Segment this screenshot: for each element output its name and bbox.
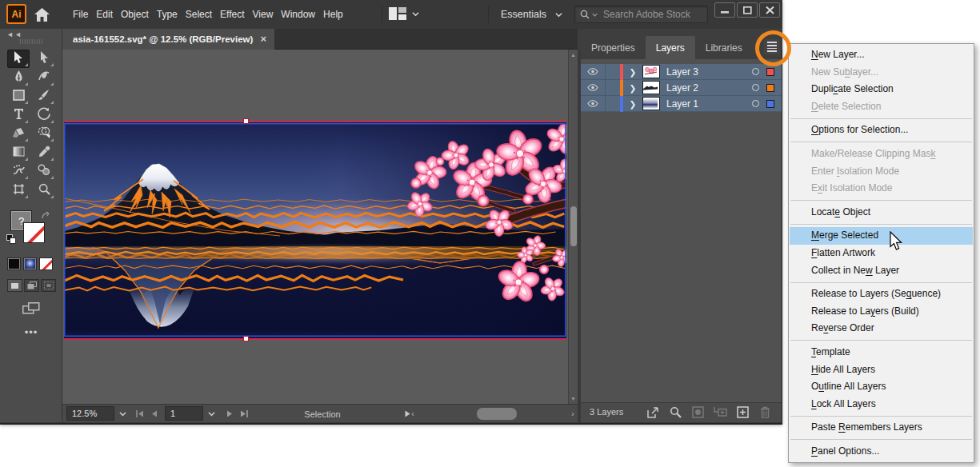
layer-name[interactable]: Layer 3 <box>666 66 752 78</box>
eyedropper-tool[interactable] <box>33 144 55 162</box>
menu-item-locate-object[interactable]: Locate Object <box>790 204 973 222</box>
target-circle-icon[interactable] <box>752 68 759 75</box>
vertical-scrollbar-thumb[interactable] <box>570 206 577 246</box>
zoom-level-field[interactable]: 12.5% <box>66 406 114 421</box>
artboard-dropdown-button[interactable] <box>205 406 218 421</box>
lock-column[interactable] <box>606 64 620 80</box>
menu-item-merge-selected[interactable]: Merge Selected <box>790 227 973 245</box>
document-tab[interactable]: asia-161552.svg* @ 12.5% (RGB/Preview) × <box>62 29 274 50</box>
zoom-dropdown-button[interactable] <box>116 406 130 421</box>
arrange-documents-button[interactable] <box>389 7 419 20</box>
layer-name[interactable]: Layer 2 <box>666 82 752 94</box>
new-sublayer-icon[interactable] <box>714 405 727 419</box>
layer-row-layer-3[interactable]: ❯Layer 3 <box>581 64 782 80</box>
menu-item-collect-in-new-layer[interactable]: Collect in New Layer <box>790 262 973 280</box>
menu-item-reverse-order[interactable]: Reverse Order <box>790 320 973 337</box>
selection-tool[interactable] <box>7 50 30 68</box>
make-clipping-mask-icon[interactable] <box>691 405 705 419</box>
home-icon[interactable] <box>33 6 50 23</box>
menu-item-panel-options[interactable]: Panel Options... <box>790 443 973 461</box>
menu-view[interactable]: View <box>249 0 278 29</box>
menu-select[interactable]: Select <box>182 0 216 29</box>
artwork[interactable] <box>64 122 566 340</box>
gradient-button[interactable] <box>23 257 37 270</box>
menu-help[interactable]: Help <box>319 0 347 29</box>
scroll-left-icon[interactable]: ‹ <box>408 405 418 423</box>
tab-close-icon[interactable]: × <box>260 35 266 43</box>
tab-libraries[interactable]: Libraries <box>695 36 753 59</box>
menu-item-lock-all-layers[interactable]: Lock All Layers <box>790 396 973 413</box>
locate-object-icon[interactable] <box>669 405 682 419</box>
artboard-tool[interactable] <box>7 182 30 200</box>
previous-artboard-button[interactable] <box>147 406 161 421</box>
workspace-switcher[interactable]: Essentials <box>501 0 562 29</box>
edit-toolbar-icon[interactable]: ••• <box>0 326 62 338</box>
collapse-panel-icon[interactable]: ◄◄ <box>6 30 22 38</box>
layer-row-layer-2[interactable]: ❯Layer 2 <box>581 80 782 96</box>
tab-properties[interactable]: Properties <box>581 36 646 59</box>
canvas[interactable] <box>62 50 568 404</box>
paintbrush-tool[interactable] <box>33 87 55 106</box>
draw-inside-button[interactable] <box>41 279 56 292</box>
expand-chevron-icon[interactable]: ❯ <box>623 67 642 77</box>
color-button[interactable] <box>7 257 21 270</box>
pen-tool[interactable] <box>7 69 30 87</box>
layer-row-layer-1[interactable]: ❯Layer 1 <box>581 96 782 112</box>
menu-item-template[interactable]: Template <box>790 344 973 361</box>
visibility-eye-icon[interactable] <box>581 100 605 107</box>
layer-name[interactable]: Layer 1 <box>666 98 752 110</box>
selection-color-square[interactable] <box>766 84 774 92</box>
layer-thumbnail[interactable] <box>642 97 660 110</box>
first-artboard-button[interactable] <box>133 406 146 421</box>
selection-handle[interactable] <box>243 336 249 341</box>
scroll-up-icon[interactable]: ▲ <box>569 52 578 58</box>
gradient-tool[interactable] <box>7 144 30 162</box>
artboard-number-field[interactable]: 1 <box>165 406 203 421</box>
menu-item-new-layer[interactable]: New Layer... <box>790 46 973 64</box>
menu-window[interactable]: Window <box>277 0 319 29</box>
menu-item-release-to-layers-sequence[interactable]: Release to Layers (Sequence) <box>790 285 973 303</box>
direct-selection-tool[interactable] <box>33 50 55 68</box>
new-layer-icon[interactable] <box>736 405 750 419</box>
lock-column[interactable] <box>606 80 620 96</box>
vertical-scrollbar[interactable]: ▲ ▼ <box>568 50 578 404</box>
delete-layer-icon[interactable] <box>758 405 772 419</box>
menu-item-hide-all-layers[interactable]: Hide All Layers <box>790 361 973 379</box>
draw-behind-button[interactable] <box>24 279 39 292</box>
tab-layers[interactable]: Layers <box>646 36 695 59</box>
menu-item-outline-all-layers[interactable]: Outline All Layers <box>790 378 973 396</box>
visibility-eye-icon[interactable] <box>581 84 605 91</box>
menu-item-paste-remembers-layers[interactable]: Paste Remembers Layers <box>790 419 973 437</box>
graph-tool[interactable] <box>33 162 55 181</box>
menu-item-flatten-artwork[interactable]: Flatten Artwork <box>790 245 973 262</box>
toolbar-grip[interactable] <box>19 39 42 44</box>
selection-color-square[interactable] <box>766 68 774 76</box>
menu-item-release-to-layers-build[interactable]: Release to Layers (Build) <box>790 303 973 321</box>
search-input[interactable]: Search Adobe Stock <box>574 6 708 23</box>
target-circle-icon[interactable] <box>752 84 759 91</box>
horizontal-scrollbar-thumb[interactable] <box>477 408 517 420</box>
last-artboard-button[interactable] <box>237 406 250 421</box>
type-tool[interactable] <box>7 106 30 125</box>
close-button[interactable] <box>759 2 780 18</box>
menu-type[interactable]: Type <box>153 0 182 29</box>
menu-item-options-for-selection[interactable]: Options for Selection... <box>790 122 973 139</box>
menu-effect[interactable]: Effect <box>216 0 248 29</box>
zoom-tool[interactable] <box>33 182 55 200</box>
horizontal-scrollbar[interactable]: ‹ › <box>408 405 578 423</box>
minimize-button[interactable] <box>714 2 735 18</box>
menu-object[interactable]: Object <box>117 0 153 29</box>
scroll-right-icon[interactable]: › <box>568 405 578 423</box>
collect-for-export-icon[interactable] <box>646 405 660 419</box>
change-screen-mode-icon[interactable] <box>22 302 40 316</box>
shape-builder-tool[interactable] <box>33 125 55 143</box>
maximize-button[interactable] <box>737 2 758 18</box>
menu-item-duplicate-selection[interactable]: Duplicate Selection <box>790 81 973 98</box>
layer-thumbnail[interactable] <box>642 65 660 78</box>
eraser-tool[interactable] <box>7 125 30 143</box>
lock-column[interactable] <box>606 96 620 112</box>
default-fill-stroke-icon[interactable] <box>6 234 17 245</box>
rotate-tool[interactable] <box>33 106 55 125</box>
draw-normal-button[interactable] <box>7 279 22 292</box>
expand-chevron-icon[interactable]: ❯ <box>623 83 642 93</box>
